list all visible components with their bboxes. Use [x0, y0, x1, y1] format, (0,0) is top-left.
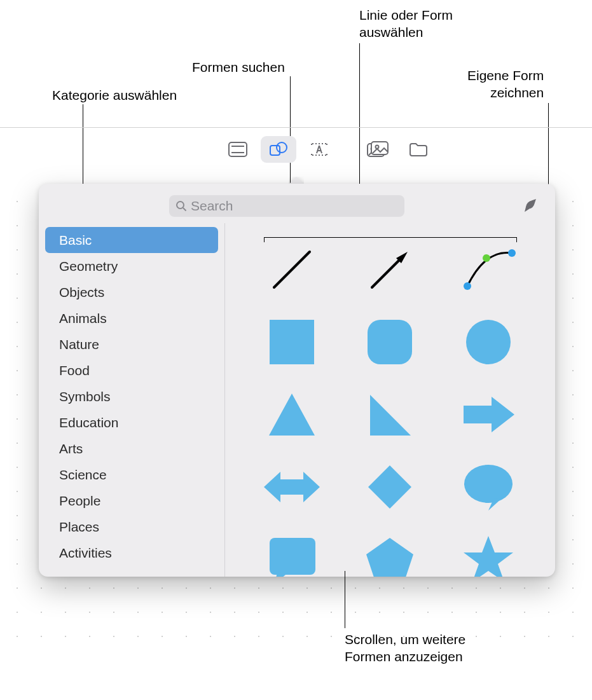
shape-arrow-leftright[interactable]: [260, 455, 324, 519]
sidebar-item-science[interactable]: Science: [45, 462, 218, 488]
sidebar-item-food[interactable]: Food: [45, 357, 218, 383]
insert-header-footer-button[interactable]: [220, 136, 256, 163]
shape-triangle[interactable]: [260, 383, 324, 446]
sidebar-item-people[interactable]: People: [45, 488, 218, 514]
pen-icon: [523, 198, 538, 214]
shape-arrow-right[interactable]: [457, 383, 520, 446]
shape-line[interactable]: [260, 238, 324, 301]
sidebar-item-animals[interactable]: Animals: [45, 305, 218, 331]
sidebar-item-label: Symbols: [59, 389, 111, 404]
shape-star[interactable]: [457, 528, 520, 577]
toolbar-separator-rule: [0, 127, 592, 128]
sidebar-item-label: Nature: [59, 337, 99, 352]
svg-point-4: [277, 142, 287, 153]
svg-rect-18: [368, 320, 412, 364]
sidebar-item-label: People: [59, 493, 100, 509]
shape-diamond[interactable]: [358, 455, 422, 519]
svg-point-15: [508, 249, 516, 257]
shape-grid: [243, 235, 537, 577]
shape-speech-bubble[interactable]: [457, 455, 520, 519]
shape-callout-rect[interactable]: [260, 528, 324, 577]
svg-line-10: [183, 208, 186, 211]
svg-marker-20: [269, 394, 315, 436]
svg-line-11: [274, 252, 310, 287]
svg-point-9: [177, 202, 184, 209]
shape-circle[interactable]: [457, 310, 520, 374]
svg-rect-3: [270, 146, 280, 155]
insert-file-button[interactable]: [401, 136, 436, 163]
callout-draw-own: Eigene Form zeichnen: [467, 67, 544, 102]
sidebar-item-label: Animals: [59, 311, 107, 326]
insert-shape-button[interactable]: [261, 136, 296, 163]
callout-select-line-shape: Linie oder Form auswählen: [359, 6, 453, 41]
sidebar-item-label: Education: [59, 415, 118, 430]
callout-category: Kategorie auswählen: [52, 86, 177, 104]
shape-curve-edit[interactable]: [457, 238, 520, 301]
insert-textbox-button[interactable]: [301, 136, 337, 163]
sidebar-item-label: Geometry: [59, 259, 118, 274]
category-sidebar: Basic Geometry Objects Animals Nature Fo…: [39, 223, 224, 577]
sidebar-item-label: Arts: [59, 441, 83, 456]
sidebar-item-label: Basic: [59, 233, 92, 248]
svg-marker-24: [368, 465, 411, 509]
search-input[interactable]: [191, 198, 398, 214]
sidebar-item-activities[interactable]: Activities: [45, 540, 218, 566]
sidebar-item-label: Food: [59, 363, 90, 378]
sidebar-item-label: Activities: [59, 546, 112, 561]
svg-point-25: [464, 465, 513, 503]
callout-line: [345, 571, 345, 628]
sidebar-item-nature[interactable]: Nature: [45, 331, 218, 357]
sidebar-item-label: Places: [59, 519, 99, 535]
svg-marker-21: [370, 395, 411, 436]
insert-media-button[interactable]: [360, 136, 396, 163]
sidebar-item-places[interactable]: Places: [45, 514, 218, 540]
sidebar-item-education[interactable]: Education: [45, 409, 218, 436]
svg-point-14: [464, 282, 471, 290]
svg-rect-27: [270, 538, 315, 575]
shapes-popover: Basic Geometry Objects Animals Nature Fo…: [39, 184, 555, 577]
sidebar-item-objects[interactable]: Objects: [45, 279, 218, 305]
svg-rect-0: [229, 142, 247, 156]
sidebar-item-label: Objects: [59, 285, 104, 300]
callout-search-shapes: Formen suchen: [192, 58, 285, 76]
svg-point-19: [466, 320, 511, 364]
sidebar-item-basic[interactable]: Basic: [45, 227, 218, 253]
callout-scroll-more: Scrollen, um weitere Formen anzuzeigen: [345, 631, 465, 666]
shape-rounded-square[interactable]: [358, 310, 422, 374]
draw-shape-button[interactable]: [520, 195, 541, 217]
shape-square[interactable]: [260, 310, 324, 374]
shape-pentagon[interactable]: [358, 528, 422, 577]
search-row: [39, 184, 555, 223]
shape-arrow-line[interactable]: [358, 238, 422, 301]
callout-bracket: [264, 237, 517, 242]
search-field[interactable]: [169, 195, 404, 217]
shape-pane[interactable]: [225, 223, 555, 577]
svg-marker-23: [264, 472, 320, 502]
svg-marker-29: [366, 538, 413, 577]
svg-line-12: [372, 257, 403, 287]
svg-rect-17: [270, 320, 314, 364]
sidebar-item-geometry[interactable]: Geometry: [45, 253, 218, 279]
search-icon: [176, 200, 187, 212]
svg-marker-30: [464, 536, 513, 577]
svg-point-16: [483, 254, 490, 262]
sidebar-item-symbols[interactable]: Symbols: [45, 383, 218, 409]
sidebar-item-arts[interactable]: Arts: [45, 436, 218, 462]
svg-marker-22: [464, 397, 514, 432]
shape-right-triangle[interactable]: [358, 383, 422, 446]
sidebar-item-label: Science: [59, 467, 107, 483]
insert-toolbar: [220, 136, 436, 163]
